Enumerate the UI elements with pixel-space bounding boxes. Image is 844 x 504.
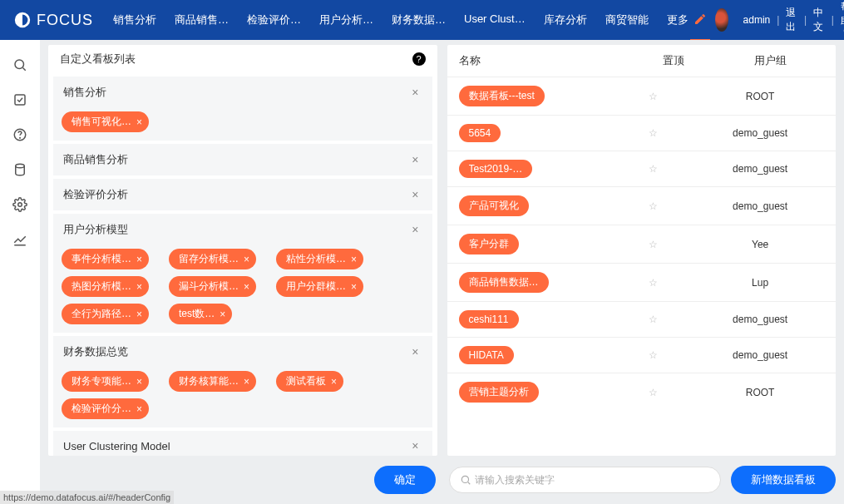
nav-item[interactable]: 库存分析 bbox=[544, 12, 587, 27]
left-scroll[interactable]: 销售分析×销售可视化…×商品销售分析×检验评价分析×用户分析模型×事件分析模…×… bbox=[48, 73, 437, 456]
dashboard-name-chip[interactable]: 营销主题分析 bbox=[459, 382, 539, 403]
pin-star-icon[interactable]: ☆ bbox=[649, 127, 658, 139]
nav-item[interactable]: 更多 bbox=[667, 12, 689, 27]
search-icon[interactable] bbox=[12, 57, 28, 73]
dashboard-name-chip[interactable]: 数据看板---test bbox=[459, 86, 545, 106]
dashboard-chip[interactable]: 检验评价分…× bbox=[62, 398, 149, 419]
chip-label: test数… bbox=[179, 307, 215, 321]
pin-star-icon[interactable]: ☆ bbox=[649, 387, 658, 398]
remove-icon[interactable]: × bbox=[244, 254, 249, 265]
remove-icon[interactable]: × bbox=[331, 376, 337, 388]
svg-point-0 bbox=[15, 60, 24, 69]
pin-star-icon[interactable]: ☆ bbox=[649, 200, 658, 212]
dashboard-chip[interactable]: 财务核算能…× bbox=[169, 371, 256, 392]
top-nav: 销售分析商品销售…检验评价…用户分析…财务数据…User Clust…库存分析商… bbox=[113, 12, 689, 27]
dashboard-chip[interactable]: 粘性分析模…× bbox=[276, 249, 363, 269]
add-dashboard-button[interactable]: 新增数据看板 bbox=[731, 466, 836, 494]
dashboard-name-chip[interactable]: 5654 bbox=[459, 124, 501, 142]
svg-point-6 bbox=[18, 203, 22, 207]
close-icon[interactable]: × bbox=[408, 439, 422, 452]
search-box[interactable] bbox=[449, 467, 722, 493]
pin-star-icon[interactable]: ☆ bbox=[649, 277, 658, 289]
remove-icon[interactable]: × bbox=[351, 281, 357, 293]
chip-label: 销售可视化… bbox=[72, 115, 131, 129]
nav-item[interactable]: 销售分析 bbox=[113, 12, 156, 27]
nav-item[interactable]: 检验评价… bbox=[247, 12, 301, 27]
chip-label: 漏斗分析模… bbox=[179, 279, 239, 294]
remove-icon[interactable]: × bbox=[136, 281, 142, 293]
dashboard-group: 财务数据总览×财务专项能…×财务核算能…×测试看板×检验评价分…× bbox=[53, 336, 432, 427]
dashboard-chip[interactable]: 留存分析模…× bbox=[169, 249, 256, 269]
edit-icon[interactable] bbox=[693, 12, 707, 28]
user-group-cell: demo_guest bbox=[684, 187, 836, 225]
help-link[interactable]: 帮助 ❔ bbox=[841, 0, 844, 40]
avatar[interactable] bbox=[715, 8, 728, 32]
remove-icon[interactable]: × bbox=[244, 376, 249, 388]
info-icon[interactable]: ? bbox=[412, 52, 426, 66]
close-icon[interactable]: × bbox=[408, 223, 422, 236]
nav-item[interactable]: User Clust… bbox=[464, 12, 526, 27]
search-input[interactable] bbox=[475, 474, 710, 486]
pin-star-icon[interactable]: ☆ bbox=[649, 91, 658, 102]
trend-icon[interactable] bbox=[12, 231, 28, 248]
nav-item[interactable]: 商品销售… bbox=[175, 12, 229, 27]
dashboard-group: 销售分析×销售可视化…× bbox=[53, 77, 432, 141]
close-icon[interactable]: × bbox=[408, 345, 422, 358]
sidebar bbox=[0, 40, 40, 504]
pin-star-icon[interactable]: ☆ bbox=[649, 349, 658, 361]
remove-icon[interactable]: × bbox=[244, 281, 249, 293]
header: FOCUS 销售分析商品销售…检验评价…用户分析…财务数据…User Clust… bbox=[0, 0, 844, 40]
user-name[interactable]: admin bbox=[743, 14, 771, 26]
lang-link[interactable]: 中文 bbox=[813, 6, 825, 34]
table-row: ceshi111☆demo_guest bbox=[447, 302, 837, 338]
dashboard-chip[interactable]: 销售可视化…× bbox=[62, 111, 149, 132]
remove-icon[interactable]: × bbox=[351, 254, 357, 265]
group-title: 销售分析 bbox=[63, 85, 106, 100]
pin-star-icon[interactable]: ☆ bbox=[649, 239, 658, 250]
pin-star-icon[interactable]: ☆ bbox=[649, 163, 658, 175]
dashboard-chip[interactable]: 测试看板× bbox=[276, 371, 343, 392]
right-scroll[interactable]: 数据看板---test☆ROOT5654☆demo_guestTest2019-… bbox=[447, 77, 837, 456]
dashboard-name-chip[interactable]: Test2019-… bbox=[459, 160, 533, 178]
dashboard-chip[interactable]: 全行为路径…× bbox=[62, 304, 149, 324]
dashboard-chip[interactable]: 事件分析模…× bbox=[62, 249, 149, 269]
separator: | bbox=[804, 14, 807, 26]
dashboard-chip[interactable]: 用户分群模…× bbox=[276, 276, 363, 297]
dashboard-group: User Clustering Model× bbox=[53, 431, 432, 456]
confirm-button[interactable]: 确定 bbox=[374, 466, 436, 494]
remove-icon[interactable]: × bbox=[136, 403, 142, 415]
help-icon: ❔ bbox=[841, 28, 844, 40]
dashboard-chip[interactable]: 漏斗分析模…× bbox=[169, 276, 256, 297]
dashboard-name-chip[interactable]: 商品销售数据… bbox=[459, 272, 549, 293]
group-title: 商品销售分析 bbox=[63, 152, 128, 167]
remove-icon[interactable]: × bbox=[136, 116, 142, 128]
chip-label: 事件分析模… bbox=[72, 252, 131, 266]
dashboard-name-chip[interactable]: 客户分群 bbox=[459, 234, 519, 254]
chip-label: 测试看板 bbox=[286, 374, 326, 388]
nav-item[interactable]: 财务数据… bbox=[392, 12, 446, 27]
remove-icon[interactable]: × bbox=[136, 376, 142, 388]
close-icon[interactable]: × bbox=[408, 86, 422, 99]
dashboard-chip[interactable]: test数…× bbox=[169, 304, 232, 324]
help-icon[interactable] bbox=[12, 126, 28, 143]
remove-icon[interactable]: × bbox=[136, 254, 142, 265]
remove-icon[interactable]: × bbox=[136, 309, 142, 320]
close-icon[interactable]: × bbox=[408, 188, 422, 201]
chip-label: 用户分群模… bbox=[286, 279, 346, 294]
gear-icon[interactable] bbox=[12, 196, 28, 213]
logout-link[interactable]: 退出 bbox=[786, 6, 797, 34]
dashboard-name-chip[interactable]: ceshi111 bbox=[459, 310, 519, 329]
close-icon[interactable]: × bbox=[408, 153, 422, 166]
bookmark-icon[interactable] bbox=[12, 91, 28, 108]
svg-line-9 bbox=[467, 482, 470, 485]
database-icon[interactable] bbox=[12, 161, 28, 178]
nav-item[interactable]: 商贸智能 bbox=[605, 12, 649, 27]
dashboard-chip[interactable]: 热图分析模…× bbox=[62, 276, 149, 297]
dashboard-name-chip[interactable]: 产品可视化 bbox=[459, 195, 529, 216]
remove-icon[interactable]: × bbox=[220, 309, 225, 320]
pin-star-icon[interactable]: ☆ bbox=[649, 314, 658, 325]
dashboard-name-chip[interactable]: HIDATA bbox=[459, 346, 514, 364]
search-icon bbox=[460, 474, 471, 486]
dashboard-chip[interactable]: 财务专项能…× bbox=[62, 371, 149, 392]
nav-item[interactable]: 用户分析… bbox=[319, 12, 373, 27]
